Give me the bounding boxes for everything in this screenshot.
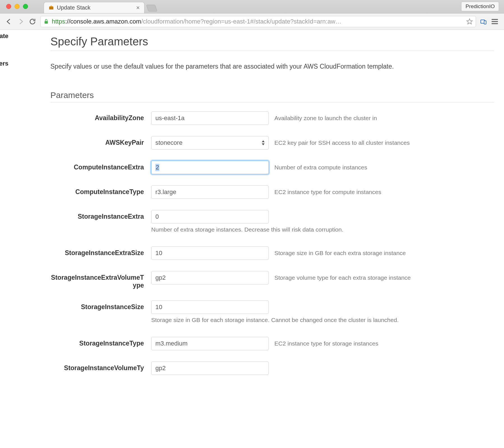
param-row-storage-instance-extra-size: StorageInstanceExtraSize 10 Storage size…	[50, 246, 494, 260]
svg-rect-2	[45, 21, 48, 24]
menu-icon[interactable]	[491, 17, 499, 26]
param-label: StorageInstanceType	[50, 337, 151, 347]
param-label: ComputeInstanceType	[50, 185, 151, 196]
main-content: Specify Parameters Specify values or use…	[8, 30, 504, 448]
address-bar[interactable]: https://console.aws.amazon.com/cloudform…	[40, 16, 476, 27]
param-row-aws-key-pair: AWSKeyPair stonecore EC2 key pair for SS…	[50, 136, 494, 150]
svg-rect-5	[484, 21, 486, 24]
param-help: Storage size in GB for each extra storag…	[274, 250, 406, 256]
select-value: stonecore	[155, 139, 183, 146]
lock-icon	[43, 19, 49, 24]
forward-button[interactable]	[17, 18, 25, 25]
param-row-storage-instance-type: StorageInstanceType m3.medium EC2 instan…	[50, 337, 494, 350]
url-text: https://console.aws.amazon.com/cloudform…	[52, 18, 463, 25]
left-nav-cut: mplate ers	[0, 30, 8, 448]
storage-instance-extra-volume-type-input[interactable]: gp2	[151, 271, 269, 284]
param-label: StorageInstanceExtraVolumeType	[50, 271, 151, 289]
compute-instance-extra-input[interactable]: 2	[151, 161, 269, 174]
page-title: Specify Parameters	[50, 35, 494, 51]
input-selected-text: 2	[155, 164, 159, 171]
left-nav-item-template[interactable]: mplate	[0, 32, 8, 40]
browser-toolbar: https://console.aws.amazon.com/cloudform…	[0, 13, 504, 30]
param-row-storage-instance-volume-type: StorageInstanceVolumeTy gp2	[50, 361, 494, 375]
svg-marker-1	[49, 5, 53, 6]
param-row-storage-instance-extra: StorageInstanceExtra 0 Number of extra s…	[50, 210, 494, 233]
param-row-compute-instance-type: ComputeInstanceType r3.large EC2 instanc…	[50, 185, 494, 199]
page-intro: Specify values or use the default values…	[50, 62, 494, 71]
aws-favicon-icon	[48, 5, 54, 11]
browser-tab[interactable]: Update Stack ×	[44, 2, 144, 13]
param-help: EC2 instance type for storage instances	[274, 340, 378, 347]
param-row-availability-zone: AvailabilityZone us-east-1a Availability…	[50, 111, 494, 125]
window-controls	[6, 4, 28, 9]
url-host: ://console.aws.amazon.com	[65, 18, 141, 25]
tab-close-icon[interactable]: ×	[136, 5, 140, 11]
param-row-compute-instance-extra: ComputeInstanceExtra 2 Number of extra c…	[50, 161, 494, 174]
param-label: StorageInstanceVolumeTy	[50, 361, 151, 372]
param-help: Storage size in GB for each storage inst…	[151, 317, 399, 323]
new-tab-button[interactable]	[146, 5, 157, 11]
param-label: StorageInstanceExtra	[50, 210, 151, 220]
reload-button[interactable]	[29, 18, 36, 25]
param-help: Number of extra storage instances. Decre…	[151, 226, 343, 233]
compute-instance-type-input[interactable]: r3.large	[151, 185, 269, 199]
svg-marker-3	[467, 19, 472, 24]
url-scheme: https	[52, 18, 65, 25]
back-button[interactable]	[5, 18, 13, 25]
profile-button[interactable]: PredictionIO	[461, 2, 499, 11]
param-help: Availability zone to launch the cluster …	[274, 115, 377, 122]
param-help: Number of extra compute instances	[274, 164, 367, 171]
storage-instance-type-input[interactable]: m3.medium	[151, 337, 269, 350]
select-arrows-icon	[261, 139, 266, 146]
param-label: AWSKeyPair	[50, 136, 151, 146]
page-body: mplate ers Specify Parameters Specify va…	[0, 30, 504, 448]
storage-instance-volume-type-input[interactable]: gp2	[151, 361, 269, 375]
tab-strip: Update Stack × PredictionIO	[0, 0, 504, 13]
param-help: EC2 instance type for compute instances	[274, 189, 381, 195]
param-row-storage-instance-extra-volume-type: StorageInstanceExtraVolumeType gp2 Stora…	[50, 271, 494, 289]
aws-key-pair-select[interactable]: stonecore	[151, 136, 269, 150]
svg-marker-10	[262, 143, 265, 145]
param-label: ComputeInstanceExtra	[50, 161, 151, 171]
param-label: StorageInstanceSize	[50, 300, 151, 311]
browser-chrome: Update Stack × PredictionIO https://cons…	[0, 0, 504, 30]
device-mode-icon[interactable]	[480, 18, 487, 25]
param-label: StorageInstanceExtraSize	[50, 246, 151, 257]
section-title: Parameters	[50, 90, 494, 102]
param-help: Storage volume type for each extra stora…	[274, 274, 411, 281]
svg-marker-9	[262, 140, 265, 142]
tab-title: Update Stack	[57, 4, 90, 11]
window-minimize-button[interactable]	[15, 4, 20, 9]
left-nav-item-parameters[interactable]: ers	[0, 60, 8, 67]
window-close-button[interactable]	[6, 4, 11, 9]
url-ellipsis: …	[335, 18, 342, 25]
availability-zone-input[interactable]: us-east-1a	[151, 111, 269, 125]
storage-instance-size-input[interactable]: 10	[151, 300, 269, 314]
storage-instance-extra-input[interactable]: 0	[151, 210, 269, 223]
param-row-storage-instance-size: StorageInstanceSize 10 Storage size in G…	[50, 300, 494, 323]
param-help: EC2 key pair for SSH access to all clust…	[274, 139, 410, 146]
url-path: /cloudformation/home?region=us-east-1#/s…	[141, 18, 335, 25]
window-zoom-button[interactable]	[23, 4, 28, 9]
storage-instance-extra-size-input[interactable]: 10	[151, 246, 269, 260]
bookmark-star-icon[interactable]	[466, 18, 473, 25]
svg-rect-0	[49, 6, 53, 9]
param-label: AvailabilityZone	[50, 111, 151, 122]
